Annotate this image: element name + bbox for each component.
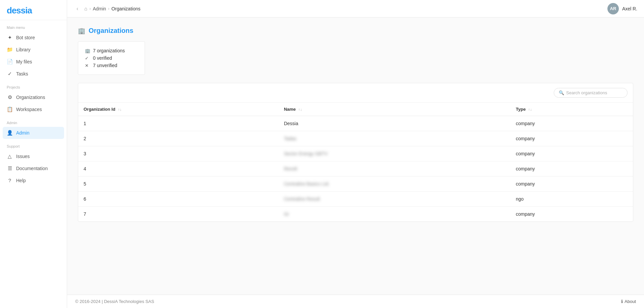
- cell-name: Dessia: [279, 116, 510, 131]
- cell-org-id: 5: [78, 176, 279, 192]
- cell-org-id: 6: [78, 192, 279, 207]
- page-title: Organizations: [89, 27, 133, 35]
- cell-name: Sector Energy GBTV: [279, 146, 510, 161]
- library-icon: 📁: [7, 47, 13, 53]
- sort-name-icon: ↑↓: [298, 107, 302, 111]
- table-row[interactable]: 1Dessiacompany: [78, 116, 633, 131]
- verified-icon: ✓: [85, 56, 90, 61]
- sidebar-item-label: Documentation: [16, 166, 48, 171]
- tasks-icon: ✓: [7, 71, 13, 77]
- cell-type: company: [510, 146, 633, 161]
- about-button[interactable]: ℹ About: [621, 299, 636, 304]
- cell-name: Centraline Basics Ltd.: [279, 176, 510, 192]
- sidebar-item-label: Bot store: [16, 35, 35, 40]
- main-panel: ‹ ⌂ › Admin › Organizations AR Axel R. 🏢…: [67, 0, 644, 308]
- table-row[interactable]: 3Sector Energy GBTVcompany: [78, 146, 633, 161]
- breadcrumb-sep-2: ›: [108, 6, 109, 11]
- cell-type: ngo: [510, 192, 633, 207]
- section-admin-label: Admin: [0, 115, 67, 127]
- documentation-icon: ☰: [7, 165, 13, 171]
- sidebar-item-label: Tasks: [16, 71, 28, 76]
- user-section: AR Axel R.: [607, 3, 637, 14]
- stat-verified: ✓ 0 verified: [85, 54, 138, 62]
- stat-total: 🏢 7 organizations: [85, 47, 138, 54]
- about-icon: ℹ: [621, 299, 623, 304]
- sidebar-item-workspaces[interactable]: 📋 Workspaces: [0, 103, 67, 115]
- sidebar-item-documentation[interactable]: ☰ Documentation: [0, 162, 67, 174]
- table-row[interactable]: 2Tadascompany: [78, 131, 633, 146]
- sidebar: dessia Main menu ✦ Bot store 📁 Library 📄…: [0, 0, 67, 308]
- help-icon: ?: [7, 177, 13, 183]
- sidebar-item-label: My files: [16, 59, 32, 64]
- search-icon: 🔍: [559, 90, 564, 95]
- stat-unverified: ✕ 7 unverified: [85, 62, 138, 69]
- total-label: 7 organizations: [93, 48, 125, 53]
- sidebar-item-tasks[interactable]: ✓ Tasks: [0, 68, 67, 80]
- col-org-id[interactable]: Organization Id ↑↓: [78, 103, 279, 116]
- sort-type-icon: ↑↓: [528, 107, 532, 111]
- cell-name: Gr: [279, 207, 510, 222]
- total-icon: 🏢: [85, 48, 90, 53]
- cell-org-id: 3: [78, 146, 279, 161]
- stats-block: 🏢 7 organizations ✓ 0 verified ✕ 7 unver…: [78, 41, 145, 75]
- sidebar-item-organizations[interactable]: ⚙ Organizations: [0, 91, 67, 103]
- col-type[interactable]: Type ↑↓: [510, 103, 633, 116]
- user-name: Axel R.: [622, 6, 637, 11]
- table-row[interactable]: 6Centraline Resultngo: [78, 192, 633, 207]
- search-box[interactable]: 🔍: [554, 88, 628, 98]
- cell-org-id: 1: [78, 116, 279, 131]
- cell-name: Centraline Result: [279, 192, 510, 207]
- cell-type: company: [510, 207, 633, 222]
- home-icon[interactable]: ⌂: [84, 6, 87, 11]
- table-toolbar: 🔍: [78, 83, 633, 103]
- cell-type: company: [510, 116, 633, 131]
- sidebar-item-label: Workspaces: [16, 107, 42, 112]
- organizations-table: Organization Id ↑↓ Name ↑↓ Type ↑↓: [78, 103, 633, 221]
- col-name[interactable]: Name ↑↓: [279, 103, 510, 116]
- breadcrumb: ⌂ › Admin › Organizations: [84, 6, 140, 11]
- about-label: About: [625, 299, 636, 304]
- sidebar-item-bot-store[interactable]: ✦ Bot store: [0, 32, 67, 44]
- logo-text: dessia: [7, 5, 32, 15]
- file-icon: 📄: [7, 59, 13, 65]
- cell-org-id: 2: [78, 131, 279, 146]
- section-support-label: Support: [0, 139, 67, 150]
- content-area: 🏢 Organizations 🏢 7 organizations ✓ 0 ve…: [67, 17, 644, 308]
- search-input[interactable]: [566, 90, 623, 95]
- admin-icon: 👤: [7, 130, 13, 136]
- sort-org-id-icon: ↑↓: [118, 107, 121, 111]
- sidebar-item-label: Library: [16, 47, 31, 52]
- breadcrumb-admin[interactable]: Admin: [93, 6, 106, 11]
- organizations-icon: ⚙: [7, 94, 13, 100]
- sidebar-item-help[interactable]: ? Help: [0, 174, 67, 186]
- sidebar-item-label: Help: [16, 178, 26, 183]
- sidebar-item-my-files[interactable]: 📄 My files: [0, 56, 67, 68]
- table-header-row: Organization Id ↑↓ Name ↑↓ Type ↑↓: [78, 103, 633, 116]
- back-button[interactable]: ‹: [74, 4, 81, 13]
- footer-copyright: © 2016-2024 | DessiA Technologies SAS: [75, 299, 154, 304]
- avatar[interactable]: AR: [607, 3, 619, 14]
- sidebar-item-issues[interactable]: △ Issues: [0, 150, 67, 162]
- cell-org-id: 4: [78, 161, 279, 176]
- sidebar-item-label: Admin: [16, 130, 30, 136]
- section-projects-label: Projects: [0, 80, 67, 91]
- unverified-label: 7 unverified: [93, 63, 117, 68]
- page-title-row: 🏢 Organizations: [78, 27, 633, 35]
- issues-icon: △: [7, 153, 13, 159]
- sidebar-item-library[interactable]: 📁 Library: [0, 44, 67, 56]
- organizations-table-container: 🔍 Organization Id ↑↓ Name ↑↓: [78, 83, 633, 222]
- cell-type: company: [510, 176, 633, 192]
- sidebar-item-admin[interactable]: 👤 Admin: [3, 127, 64, 139]
- cell-org-id: 7: [78, 207, 279, 222]
- table-row[interactable]: 7Grcompany: [78, 207, 633, 222]
- verified-label: 0 verified: [93, 55, 112, 61]
- footer: © 2016-2024 | DessiA Technologies SAS ℹ …: [67, 295, 644, 308]
- table-row[interactable]: 4Revoltcompany: [78, 161, 633, 176]
- cell-type: company: [510, 161, 633, 176]
- section-main-label: Main menu: [0, 20, 67, 32]
- sidebar-item-label: Issues: [16, 154, 30, 159]
- sidebar-item-label: Organizations: [16, 95, 45, 100]
- table-row[interactable]: 5Centraline Basics Ltd.company: [78, 176, 633, 192]
- workspaces-icon: 📋: [7, 106, 13, 112]
- cell-type: company: [510, 131, 633, 146]
